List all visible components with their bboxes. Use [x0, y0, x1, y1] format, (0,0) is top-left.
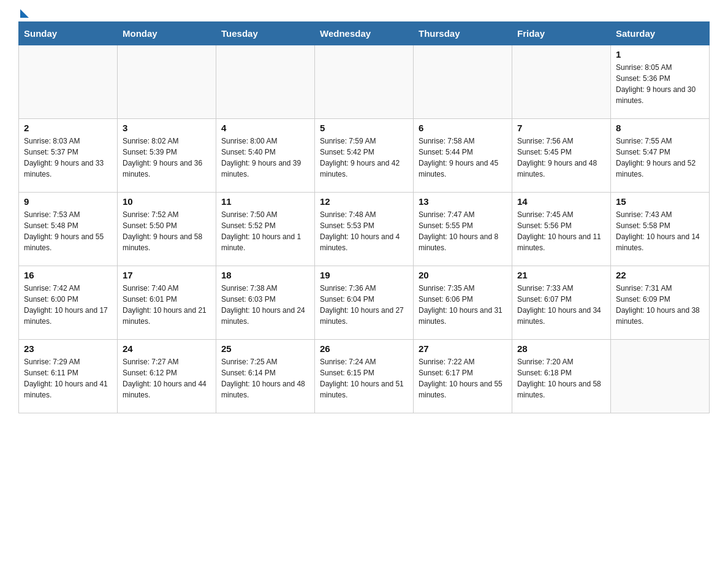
- calendar-cell: 4Sunrise: 8:00 AM Sunset: 5:40 PM Daylig…: [216, 119, 315, 193]
- day-info: Sunrise: 7:55 AM Sunset: 5:47 PM Dayligh…: [616, 136, 704, 180]
- calendar-cell: 6Sunrise: 7:58 AM Sunset: 5:44 PM Daylig…: [414, 119, 512, 193]
- calendar-cell: [512, 45, 611, 119]
- calendar-cell: 27Sunrise: 7:22 AM Sunset: 6:17 PM Dayli…: [414, 340, 512, 413]
- weekday-header-saturday: Saturday: [611, 22, 710, 45]
- day-number: 27: [419, 343, 507, 354]
- day-number: 10: [123, 196, 211, 207]
- day-info: Sunrise: 7:20 AM Sunset: 6:18 PM Dayligh…: [517, 356, 605, 400]
- calendar-cell: 25Sunrise: 7:25 AM Sunset: 6:14 PM Dayli…: [216, 340, 315, 413]
- day-number: 19: [320, 270, 408, 280]
- day-number: 16: [24, 270, 112, 280]
- calendar-cell: 12Sunrise: 7:48 AM Sunset: 5:53 PM Dayli…: [315, 193, 414, 266]
- day-number: 9: [24, 196, 112, 207]
- day-info: Sunrise: 7:35 AM Sunset: 6:06 PM Dayligh…: [419, 283, 507, 327]
- day-info: Sunrise: 8:02 AM Sunset: 5:39 PM Dayligh…: [123, 136, 211, 180]
- day-number: 23: [24, 343, 112, 354]
- day-number: 12: [320, 196, 408, 207]
- calendar-cell: 16Sunrise: 7:42 AM Sunset: 6:00 PM Dayli…: [19, 266, 118, 340]
- day-number: 8: [616, 123, 704, 133]
- day-info: Sunrise: 7:31 AM Sunset: 6:09 PM Dayligh…: [616, 283, 704, 327]
- calendar-cell: 1Sunrise: 8:05 AM Sunset: 5:36 PM Daylig…: [611, 45, 710, 119]
- calendar-cell: 5Sunrise: 7:59 AM Sunset: 5:42 PM Daylig…: [315, 119, 414, 193]
- calendar-cell: 17Sunrise: 7:40 AM Sunset: 6:01 PM Dayli…: [118, 266, 216, 340]
- day-number: 22: [616, 270, 704, 280]
- day-info: Sunrise: 7:52 AM Sunset: 5:50 PM Dayligh…: [123, 209, 211, 253]
- day-info: Sunrise: 7:25 AM Sunset: 6:14 PM Dayligh…: [221, 356, 309, 400]
- calendar-cell: 2Sunrise: 8:03 AM Sunset: 5:37 PM Daylig…: [19, 119, 118, 193]
- calendar-cell: 8Sunrise: 7:55 AM Sunset: 5:47 PM Daylig…: [611, 119, 710, 193]
- weekday-header-sunday: Sunday: [19, 22, 118, 45]
- calendar-cell: 10Sunrise: 7:52 AM Sunset: 5:50 PM Dayli…: [118, 193, 216, 266]
- logo: [18, 12, 29, 15]
- weekday-header-monday: Monday: [118, 22, 216, 45]
- day-info: Sunrise: 7:36 AM Sunset: 6:04 PM Dayligh…: [320, 283, 408, 327]
- calendar-cell: [118, 45, 216, 119]
- day-number: 15: [616, 196, 704, 207]
- calendar-cell: 14Sunrise: 7:45 AM Sunset: 5:56 PM Dayli…: [512, 193, 611, 266]
- day-number: 26: [320, 343, 408, 354]
- day-number: 13: [419, 196, 507, 207]
- calendar-cell: 22Sunrise: 7:31 AM Sunset: 6:09 PM Dayli…: [611, 266, 710, 340]
- calendar-cell: 19Sunrise: 7:36 AM Sunset: 6:04 PM Dayli…: [315, 266, 414, 340]
- day-number: 2: [24, 123, 112, 133]
- calendar-cell: 23Sunrise: 7:29 AM Sunset: 6:11 PM Dayli…: [19, 340, 118, 413]
- calendar-cell: 7Sunrise: 7:56 AM Sunset: 5:45 PM Daylig…: [512, 119, 611, 193]
- day-info: Sunrise: 7:56 AM Sunset: 5:45 PM Dayligh…: [517, 136, 605, 180]
- day-info: Sunrise: 7:29 AM Sunset: 6:11 PM Dayligh…: [24, 356, 112, 400]
- day-number: 28: [517, 343, 605, 354]
- calendar-cell: [611, 340, 710, 413]
- day-info: Sunrise: 7:45 AM Sunset: 5:56 PM Dayligh…: [517, 209, 605, 253]
- week-row-4: 16Sunrise: 7:42 AM Sunset: 6:00 PM Dayli…: [19, 266, 710, 340]
- calendar-cell: 20Sunrise: 7:35 AM Sunset: 6:06 PM Dayli…: [414, 266, 512, 340]
- day-number: 24: [123, 343, 211, 354]
- day-info: Sunrise: 7:59 AM Sunset: 5:42 PM Dayligh…: [320, 136, 408, 180]
- day-number: 7: [517, 123, 605, 133]
- day-number: 1: [616, 49, 704, 59]
- day-info: Sunrise: 7:38 AM Sunset: 6:03 PM Dayligh…: [221, 283, 309, 327]
- week-row-5: 23Sunrise: 7:29 AM Sunset: 6:11 PM Dayli…: [19, 340, 710, 413]
- calendar-cell: 28Sunrise: 7:20 AM Sunset: 6:18 PM Dayli…: [512, 340, 611, 413]
- day-number: 21: [517, 270, 605, 280]
- day-info: Sunrise: 7:40 AM Sunset: 6:01 PM Dayligh…: [123, 283, 211, 327]
- calendar-cell: [315, 45, 414, 119]
- week-row-1: 1Sunrise: 8:05 AM Sunset: 5:36 PM Daylig…: [19, 45, 710, 119]
- day-info: Sunrise: 7:24 AM Sunset: 6:15 PM Dayligh…: [320, 356, 408, 400]
- calendar-cell: 9Sunrise: 7:53 AM Sunset: 5:48 PM Daylig…: [19, 193, 118, 266]
- day-number: 25: [221, 343, 309, 354]
- day-number: 5: [320, 123, 408, 133]
- day-number: 4: [221, 123, 309, 133]
- day-info: Sunrise: 8:05 AM Sunset: 5:36 PM Dayligh…: [616, 62, 704, 106]
- calendar-cell: 3Sunrise: 8:02 AM Sunset: 5:39 PM Daylig…: [118, 119, 216, 193]
- calendar-cell: [19, 45, 118, 119]
- calendar-cell: 26Sunrise: 7:24 AM Sunset: 6:15 PM Dayli…: [315, 340, 414, 413]
- day-number: 11: [221, 196, 309, 207]
- calendar-cell: 15Sunrise: 7:43 AM Sunset: 5:58 PM Dayli…: [611, 193, 710, 266]
- page-header: [18, 12, 710, 15]
- day-info: Sunrise: 7:33 AM Sunset: 6:07 PM Dayligh…: [517, 283, 605, 327]
- day-number: 6: [419, 123, 507, 133]
- day-info: Sunrise: 7:42 AM Sunset: 6:00 PM Dayligh…: [24, 283, 112, 327]
- weekday-header-tuesday: Tuesday: [216, 22, 315, 45]
- day-info: Sunrise: 7:58 AM Sunset: 5:44 PM Dayligh…: [419, 136, 507, 180]
- day-info: Sunrise: 7:48 AM Sunset: 5:53 PM Dayligh…: [320, 209, 408, 253]
- day-info: Sunrise: 7:27 AM Sunset: 6:12 PM Dayligh…: [123, 356, 211, 400]
- calendar-cell: 21Sunrise: 7:33 AM Sunset: 6:07 PM Dayli…: [512, 266, 611, 340]
- week-row-3: 9Sunrise: 7:53 AM Sunset: 5:48 PM Daylig…: [19, 193, 710, 266]
- day-number: 17: [123, 270, 211, 280]
- day-number: 20: [419, 270, 507, 280]
- day-number: 18: [221, 270, 309, 280]
- weekday-header-wednesday: Wednesday: [315, 22, 414, 45]
- calendar-cell: 18Sunrise: 7:38 AM Sunset: 6:03 PM Dayli…: [216, 266, 315, 340]
- calendar-cell: 11Sunrise: 7:50 AM Sunset: 5:52 PM Dayli…: [216, 193, 315, 266]
- day-info: Sunrise: 7:22 AM Sunset: 6:17 PM Dayligh…: [419, 356, 507, 400]
- day-number: 14: [517, 196, 605, 207]
- day-info: Sunrise: 7:50 AM Sunset: 5:52 PM Dayligh…: [221, 209, 309, 253]
- week-row-2: 2Sunrise: 8:03 AM Sunset: 5:37 PM Daylig…: [19, 119, 710, 193]
- weekday-header-friday: Friday: [512, 22, 611, 45]
- logo-triangle-icon: [20, 9, 29, 18]
- calendar-table: SundayMondayTuesdayWednesdayThursdayFrid…: [18, 21, 710, 413]
- day-number: 3: [123, 123, 211, 133]
- day-info: Sunrise: 8:03 AM Sunset: 5:37 PM Dayligh…: [24, 136, 112, 180]
- calendar-cell: [216, 45, 315, 119]
- calendar-cell: [414, 45, 512, 119]
